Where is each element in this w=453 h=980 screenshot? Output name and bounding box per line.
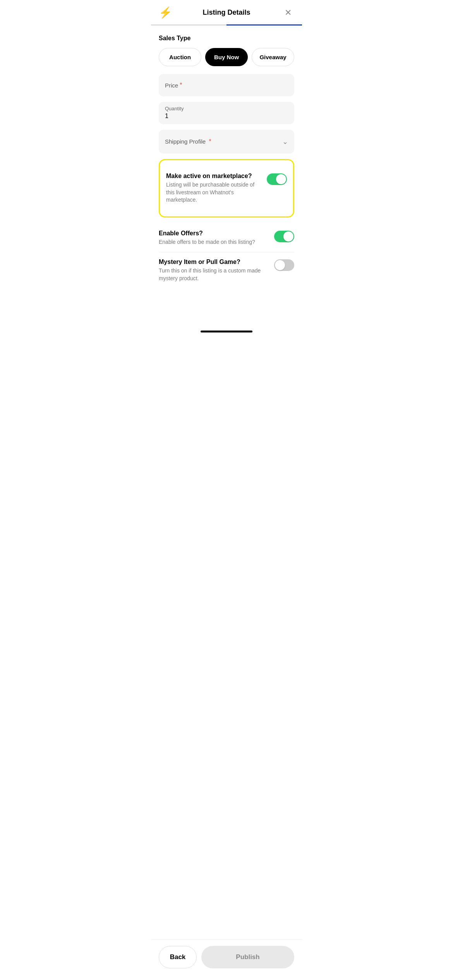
progress-bar [151,24,302,26]
price-field[interactable]: Price * [159,74,294,96]
shipping-label: Shipping Profile [165,138,206,145]
quantity-wrapper: Quantity [159,102,294,124]
auction-button[interactable]: Auction [159,48,201,66]
sales-type-label: Sales Type [159,35,294,42]
marketplace-toggle-switch[interactable] [267,173,287,185]
marketplace-toggle-row: Make active on marketplace? Listing will… [166,166,287,210]
mystery-toggle-switch[interactable] [274,259,294,271]
page-title: Listing Details [202,9,250,17]
offers-toggle-description: Enable offers to be made on this listing… [159,238,268,246]
shipping-required-indicator: * [209,138,211,145]
quantity-input[interactable] [159,102,294,124]
mystery-toggle-row: Mystery Item or Pull Game? Turn this on … [159,252,294,288]
marketplace-toggle-title: Make active on marketplace? [166,173,261,180]
home-indicator [201,331,252,332]
progress-segment-2 [226,24,302,26]
mystery-toggle-title: Mystery Item or Pull Game? [159,259,268,266]
mystery-toggle-text: Mystery Item or Pull Game? Turn this on … [159,259,274,282]
progress-segment-1 [151,24,226,26]
chevron-down-icon: ⌄ [282,137,288,146]
buy-now-button[interactable]: Buy Now [205,48,248,66]
price-label: Price [165,82,178,89]
offers-toggle-text: Enable Offers? Enable offers to be made … [159,230,274,246]
sales-type-buttons: Auction Buy Now Giveaway [159,48,294,66]
shipping-field[interactable]: Shipping Profile * ⌄ [159,130,294,154]
marketplace-toggle-text: Make active on marketplace? Listing will… [166,173,267,204]
mystery-toggle-description: Turn this on if this listing is a custom… [159,267,268,282]
offers-toggle-title: Enable Offers? [159,230,268,237]
marketplace-toggle-description: Listing will be purchasable outside of t… [166,181,261,204]
main-content: Sales Type Auction Buy Now Giveaway Pric… [151,26,302,327]
close-button[interactable]: ✕ [282,7,294,19]
quantity-label: Quantity [165,106,184,111]
app-logo-icon: ⚡ [159,6,172,19]
offers-toggle-row: Enable Offers? Enable offers to be made … [159,224,294,253]
offers-toggle-switch[interactable] [274,231,294,242]
marketplace-toggle-section: Make active on marketplace? Listing will… [159,159,294,218]
giveaway-button[interactable]: Giveaway [252,48,294,66]
header: ⚡ Listing Details ✕ [151,0,302,19]
price-required-indicator: * [180,82,182,89]
